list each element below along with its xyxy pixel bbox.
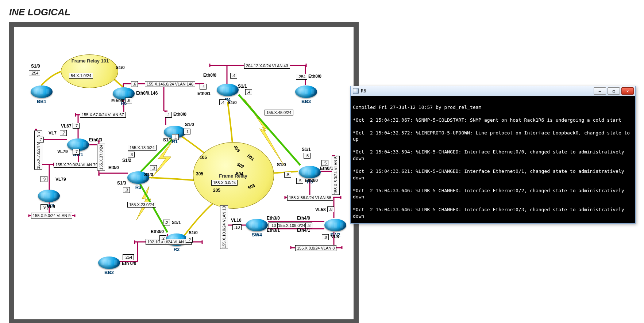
subnet-s23: 155.X.23.0/24: [127, 202, 156, 208]
router-bb1[interactable]: BB1: [31, 86, 53, 98]
ip: .1: [184, 129, 190, 134]
if: S1/0: [144, 172, 153, 177]
subnet-v43: 204.12.X.0/24 VLAN 43: [244, 63, 290, 69]
term-line: *Oct 2 15:04:33.594: %LINK-5-CHANGED: In…: [353, 149, 633, 162]
ip: .10: [269, 223, 278, 228]
ip: .8: [327, 206, 334, 212]
if: VL8: [331, 234, 339, 239]
dlci: 105: [200, 155, 207, 160]
router-bb2[interactable]: BB2: [98, 256, 120, 269]
terminal-output[interactable]: Compiled Fri 27-Jul-12 10:57 by prod_rel…: [351, 96, 635, 223]
window-maximize-button[interactable]: ▢: [608, 87, 620, 95]
ip: .5: [321, 160, 328, 166]
term-line: *Oct 2 15:04:33.646: %LINK-5-CHANGED: In…: [353, 206, 633, 219]
frame-relay-main-label: Frame Relay: [209, 173, 257, 179]
ip: .8: [322, 234, 329, 240]
if: Eth 0/0: [122, 261, 136, 266]
terminal-titlebar[interactable]: R6 — ▢ ✕: [351, 86, 635, 96]
if: VL9: [47, 204, 55, 209]
if: VL79: [57, 149, 68, 154]
if: Eth0/0: [305, 178, 318, 183]
router-r5[interactable]: R5: [299, 166, 321, 178]
ip: .8: [305, 223, 312, 228]
dlci: 305: [196, 171, 203, 176]
subnet-v5: 155.X.5.0/24 VLAN 5: [332, 156, 340, 195]
if: S1/0: [116, 65, 125, 70]
subnet-v22: 192.10.X.0/24 VLAN 22: [146, 239, 192, 245]
if: VL10: [231, 218, 242, 223]
switch-sw4[interactable]: SW4: [246, 219, 268, 231]
if: Eth4/1: [297, 228, 310, 233]
ip: .4: [245, 89, 252, 95]
term-line: *Oct 2 15:04:33.621: %LINK-5-CHANGED: In…: [353, 168, 633, 181]
if: Eth0/0: [308, 74, 321, 79]
ip: .7: [37, 137, 44, 142]
switch-sw3[interactable]: SW3: [38, 190, 60, 202]
ip: .1: [172, 134, 179, 140]
ip: .6: [131, 81, 138, 87]
ip: .4: [200, 84, 207, 90]
window-close-button[interactable]: ✕: [621, 87, 634, 95]
ip: .2: [186, 237, 193, 243]
if: Eth3/1: [267, 228, 280, 233]
ip: .4: [219, 99, 226, 105]
ip: .5: [304, 153, 311, 159]
subnet-v58: 155.X.58.0/24 VLAN 58: [287, 195, 333, 201]
ip: .2: [163, 220, 170, 225]
cloud2-subnet: 155.X.0.0/24: [211, 180, 238, 186]
router-bb3[interactable]: BB3: [295, 86, 317, 98]
topology-diagram: Frame Relay 101 54.X.1.0/24 Frame Relay …: [14, 27, 354, 319]
window-minimize-button[interactable]: —: [594, 87, 606, 95]
if: S1/0: [277, 162, 286, 167]
page-title: INE LOGICAL: [9, 7, 70, 18]
if: Eth0/0.146: [136, 91, 158, 96]
if: S1/1: [302, 147, 311, 152]
term-line: *Oct 2 15:04:32.572: %LINEPROTO-5-UPDOWN…: [353, 130, 633, 142]
ip: .254: [29, 70, 40, 76]
subnet-v79: 155.X.79.0/24 VLAN 79: [54, 162, 100, 168]
if: S1/1: [238, 84, 247, 89]
ip: .7: [73, 149, 80, 155]
if: S1/0: [189, 230, 198, 235]
if: S1/1: [172, 220, 181, 225]
if: S1/0: [31, 64, 40, 69]
if: Eth0/0: [203, 73, 216, 78]
terminal-title: R6: [361, 88, 366, 94]
if: S1/1: [163, 137, 172, 142]
ip: .4: [230, 73, 237, 79]
ip: .3: [123, 187, 130, 193]
if: S1/0: [228, 100, 237, 105]
subnet-v9: 155.X.9.0/24 VLAN 9: [31, 213, 72, 218]
switch-sw2[interactable]: SW2: [324, 219, 346, 231]
router-r4[interactable]: R4: [217, 84, 239, 96]
if: Eth0/3: [89, 137, 102, 142]
if: Eth3/0: [267, 216, 280, 221]
terminal-window-r6[interactable]: R6 — ▢ ✕ Compiled Fri 27-Jul-12 10:57 by…: [350, 86, 636, 224]
if: Eth0/1: [320, 166, 333, 171]
ip: .2: [159, 235, 166, 241]
ip: .6: [125, 98, 132, 103]
if: Et0/0: [108, 165, 119, 170]
term-line: *Oct 2 15:04:33.646: %LINK-5-CHANGED: In…: [353, 187, 633, 200]
subnet-s13: 155.X.13.0/24: [128, 145, 157, 151]
ip: .3: [128, 152, 135, 157]
if: VL79: [55, 177, 66, 182]
subnet-v10: 155.X.10.0/24 VLAN 10: [220, 205, 228, 249]
cloud1-subnet: 54.X.1.0/24: [69, 73, 93, 79]
ip: .3: [150, 165, 157, 171]
frame-relay-101-label: Frame Relay 101: [68, 58, 112, 64]
ip: .1: [165, 112, 172, 118]
ip: .254: [123, 254, 134, 260]
if: VL58: [315, 207, 326, 212]
ip: .7: [73, 123, 80, 129]
topology-viewer[interactable]: Frame Relay 101 54.X.1.0/24 Frame Relay …: [9, 22, 359, 323]
subnet-v67: 155.X.67.0/24 VLAN 67: [80, 112, 126, 118]
if: Eth0/0: [173, 112, 186, 117]
if: VL67: [61, 123, 72, 129]
term-line: Compiled Fri 27-Jul-12 10:57 by prod_rel…: [353, 104, 633, 111]
putty-icon: [353, 88, 359, 94]
if: VL7: [49, 130, 57, 136]
ip: .254: [296, 74, 307, 80]
ip: .10: [232, 224, 242, 230]
ip: .5: [296, 178, 303, 184]
